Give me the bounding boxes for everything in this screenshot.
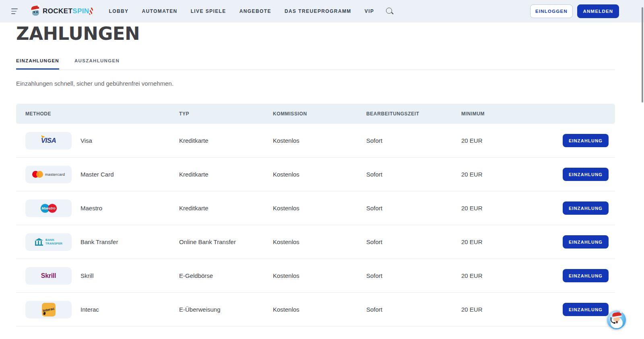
table-row-skrill: Skrill Skrill E-Geldbörse Kostenlos Sofo… xyxy=(16,259,615,293)
method-minimum: 20 EUR xyxy=(461,238,563,245)
method-kommission: Kostenlos xyxy=(273,272,366,279)
logo[interactable]: ROCKETSPIN xyxy=(31,6,93,17)
column-typ: TYP xyxy=(179,111,273,117)
tabs: EINZAHLUNGEN AUSZAHLUNGEN xyxy=(16,58,615,70)
method-minimum: 20 EUR xyxy=(461,171,563,178)
method-typ: Kreditkarte xyxy=(179,171,273,178)
method-bearbeitungszeit: Sofort xyxy=(366,272,461,279)
main-nav: LOBBY AUTOMATEN LIVE SPIELE ANGEBOTE DAS… xyxy=(109,8,374,14)
tab-einzahlungen[interactable]: EINZAHLUNGEN xyxy=(16,58,59,70)
vertical-scrollbar[interactable] xyxy=(642,7,643,103)
top-nav-bar: ROCKETSPIN LOBBY AUTOMATEN LIVE SPIELE A… xyxy=(0,0,644,23)
nav-treueprogramm[interactable]: DAS TREUEPROGRAMM xyxy=(285,8,351,14)
column-kommission: KOMMISSION xyxy=(273,111,366,117)
method-kommission: Kostenlos xyxy=(273,171,366,178)
method-name: Maestro xyxy=(72,205,179,212)
interac-logo-icon: Interac xyxy=(25,301,72,318)
method-bearbeitungszeit: Sofort xyxy=(366,306,461,313)
table-row-maestro: Maestro Maestro Kreditkarte Kostenlos So… xyxy=(16,191,615,225)
search-icon[interactable] xyxy=(385,7,393,15)
method-bearbeitungszeit: Sofort xyxy=(366,205,461,212)
method-minimum: 20 EUR xyxy=(461,306,563,313)
einzahlung-button[interactable]: EINZAHLUNG xyxy=(563,134,609,147)
method-minimum: 20 EUR xyxy=(461,205,563,212)
visa-logo-icon: VISA xyxy=(25,132,72,150)
nav-automaten[interactable]: AUTOMATEN xyxy=(142,8,177,14)
column-methode: METHODE xyxy=(25,111,179,117)
page-description: Einzahlungen schnell, sicher und gebühre… xyxy=(16,80,615,87)
tab-auszahlungen[interactable]: AUSZAHLUNGEN xyxy=(74,58,120,70)
table-row-visa: VISA Visa Kreditkarte Kostenlos Sofort 2… xyxy=(16,124,615,158)
method-typ: E-Geldbörse xyxy=(179,272,273,279)
method-name: Master Card xyxy=(72,171,179,178)
method-kommission: Kostenlos xyxy=(273,137,366,144)
method-name: Visa xyxy=(72,137,179,144)
signup-button[interactable]: ANMELDEN xyxy=(577,4,619,18)
method-minimum: 20 EUR xyxy=(461,137,563,144)
santa-skull-logo-icon xyxy=(31,6,41,17)
method-typ: E-Überweisung xyxy=(179,306,273,313)
method-typ: Kreditkarte xyxy=(179,137,273,144)
logo-text: ROCKETSPIN xyxy=(43,7,89,15)
einzahlung-button[interactable]: EINZAHLUNG xyxy=(563,168,609,181)
payments-page: ROCKETSPIN LOBBY AUTOMATEN LIVE SPIELE A… xyxy=(0,0,644,339)
nav-lobby[interactable]: LOBBY xyxy=(109,8,128,14)
maestro-logo-icon: Maestro xyxy=(25,199,72,217)
method-kommission: Kostenlos xyxy=(273,306,366,313)
login-button[interactable]: EINLOGGEN xyxy=(530,4,573,18)
table-row-mastercard: mastercard Master Card Kreditkarte Koste… xyxy=(16,158,615,191)
column-minimum: MINIMUM xyxy=(461,111,563,117)
method-kommission: Kostenlos xyxy=(273,205,366,212)
einzahlung-button[interactable]: EINZAHLUNG xyxy=(563,303,609,316)
skrill-logo-icon: Skrill xyxy=(25,267,72,285)
method-typ: Kreditkarte xyxy=(179,205,273,212)
einzahlung-button[interactable]: EINZAHLUNG xyxy=(563,235,609,249)
candy-cane-icon xyxy=(89,7,93,15)
nav-live-spiele[interactable]: LIVE SPIELE xyxy=(191,8,226,14)
mastercard-logo-icon: mastercard xyxy=(25,166,72,183)
method-bearbeitungszeit: Sofort xyxy=(366,171,461,178)
method-minimum: 20 EUR xyxy=(461,272,563,279)
einzahlung-button[interactable]: EINZAHLUNG xyxy=(563,269,609,282)
auth-buttons: EINLOGGEN ANMELDEN xyxy=(530,4,619,18)
nav-vip[interactable]: VIP xyxy=(365,8,374,14)
main-content: ZAHLUNGEN EINZAHLUNGEN AUSZAHLUNGEN Einz… xyxy=(0,25,644,327)
method-name: Interac xyxy=(72,306,179,313)
method-bearbeitungszeit: Sofort xyxy=(366,137,461,144)
support-chat-santa-avatar[interactable] xyxy=(607,310,626,329)
page-title: ZAHLUNGEN xyxy=(16,25,615,43)
table-header: METHODE TYP KOMMISSION BEARBEITUNGSZEIT … xyxy=(16,104,615,124)
method-name: Skrill xyxy=(72,272,179,279)
payment-methods-table: METHODE TYP KOMMISSION BEARBEITUNGSZEIT … xyxy=(16,104,615,327)
hamburger-menu-icon[interactable] xyxy=(11,8,18,14)
method-kommission: Kostenlos xyxy=(273,238,366,245)
nav-angebote[interactable]: ANGEBOTE xyxy=(239,8,271,14)
einzahlung-button[interactable]: EINZAHLUNG xyxy=(563,201,609,215)
method-typ: Online Bank Transfer xyxy=(179,238,273,245)
table-row-interac: Interac Interac E-Überweisung Kostenlos … xyxy=(16,293,615,327)
method-bearbeitungszeit: Sofort xyxy=(366,238,461,245)
table-row-bank-transfer: BANKTRANSFER Bank Transfer Online Bank T… xyxy=(16,225,615,259)
bank-transfer-logo-icon: BANKTRANSFER xyxy=(25,233,72,251)
method-name: Bank Transfer xyxy=(72,238,179,245)
column-bearbeitungszeit: BEARBEITUNGSZEIT xyxy=(366,111,461,117)
